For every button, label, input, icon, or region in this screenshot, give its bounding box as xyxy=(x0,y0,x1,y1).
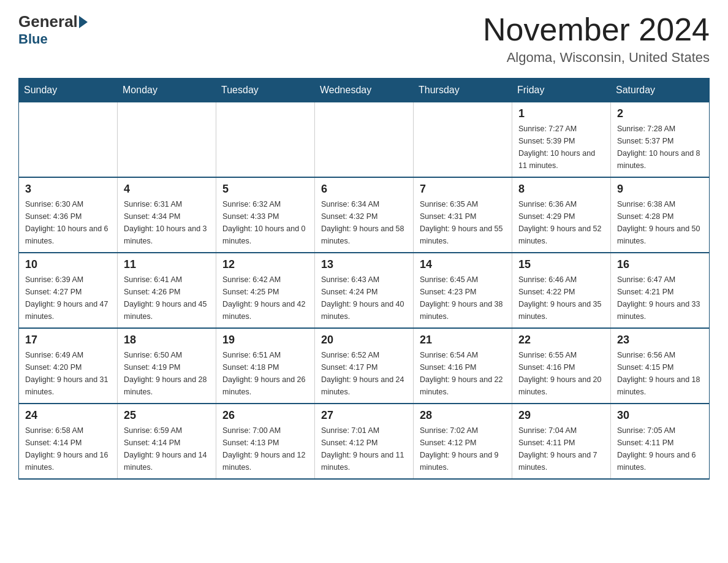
day-of-week-header: Thursday xyxy=(414,79,512,102)
calendar-cell xyxy=(216,102,315,178)
day-number: 29 xyxy=(518,409,604,422)
day-info: Sunrise: 6:52 AMSunset: 4:17 PMDaylight:… xyxy=(321,349,407,398)
day-number: 12 xyxy=(222,258,308,271)
day-info: Sunrise: 6:55 AMSunset: 4:16 PMDaylight:… xyxy=(518,349,604,398)
day-info: Sunrise: 6:36 AMSunset: 4:29 PMDaylight:… xyxy=(518,198,604,247)
calendar-cell xyxy=(414,102,512,178)
calendar-cell: 4Sunrise: 6:31 AMSunset: 4:34 PMDaylight… xyxy=(118,177,216,253)
calendar-cell: 11Sunrise: 6:41 AMSunset: 4:26 PMDayligh… xyxy=(118,253,216,328)
day-number: 24 xyxy=(25,409,111,422)
day-info: Sunrise: 7:27 AMSunset: 5:39 PMDaylight:… xyxy=(518,123,604,172)
calendar-cell: 21Sunrise: 6:54 AMSunset: 4:16 PMDayligh… xyxy=(414,328,512,404)
calendar-cell xyxy=(19,102,118,178)
calendar-cell: 22Sunrise: 6:55 AMSunset: 4:16 PMDayligh… xyxy=(512,328,611,404)
logo-arrow-icon xyxy=(79,16,88,28)
calendar-cell: 2Sunrise: 7:28 AMSunset: 5:37 PMDaylight… xyxy=(611,102,710,178)
calendar-cell: 12Sunrise: 6:42 AMSunset: 4:25 PMDayligh… xyxy=(216,253,315,328)
day-info: Sunrise: 6:50 AMSunset: 4:19 PMDaylight:… xyxy=(124,349,210,398)
day-number: 18 xyxy=(124,334,210,347)
calendar-cell: 27Sunrise: 7:01 AMSunset: 4:12 PMDayligh… xyxy=(315,404,414,479)
day-info: Sunrise: 7:01 AMSunset: 4:12 PMDaylight:… xyxy=(321,424,407,473)
day-info: Sunrise: 7:28 AMSunset: 5:37 PMDaylight:… xyxy=(617,123,703,172)
day-info: Sunrise: 6:56 AMSunset: 4:15 PMDaylight:… xyxy=(617,349,703,398)
day-info: Sunrise: 6:59 AMSunset: 4:14 PMDaylight:… xyxy=(124,424,210,473)
day-number: 13 xyxy=(321,258,407,271)
calendar-cell: 19Sunrise: 6:51 AMSunset: 4:18 PMDayligh… xyxy=(216,328,315,404)
logo-general-text: General xyxy=(18,12,78,31)
calendar-cell: 8Sunrise: 6:36 AMSunset: 4:29 PMDaylight… xyxy=(512,177,611,253)
day-number: 14 xyxy=(420,258,506,271)
day-info: Sunrise: 6:46 AMSunset: 4:22 PMDaylight:… xyxy=(518,274,604,323)
calendar-cell: 1Sunrise: 7:27 AMSunset: 5:39 PMDaylight… xyxy=(512,102,611,178)
calendar-week-row: 1Sunrise: 7:27 AMSunset: 5:39 PMDaylight… xyxy=(19,102,710,178)
day-number: 9 xyxy=(617,183,703,196)
day-info: Sunrise: 6:51 AMSunset: 4:18 PMDaylight:… xyxy=(222,349,308,398)
day-number: 23 xyxy=(617,334,703,347)
calendar-cell: 13Sunrise: 6:43 AMSunset: 4:24 PMDayligh… xyxy=(315,253,414,328)
day-number: 1 xyxy=(518,107,604,120)
calendar-cell: 18Sunrise: 6:50 AMSunset: 4:19 PMDayligh… xyxy=(118,328,216,404)
day-info: Sunrise: 6:49 AMSunset: 4:20 PMDaylight:… xyxy=(25,349,111,398)
day-number: 30 xyxy=(617,409,703,422)
day-info: Sunrise: 6:31 AMSunset: 4:34 PMDaylight:… xyxy=(124,198,210,247)
day-number: 7 xyxy=(420,183,506,196)
day-number: 8 xyxy=(518,183,604,196)
day-of-week-header: Tuesday xyxy=(216,79,315,102)
day-of-week-header: Sunday xyxy=(19,79,118,102)
day-of-week-header: Friday xyxy=(512,79,611,102)
calendar-week-row: 10Sunrise: 6:39 AMSunset: 4:27 PMDayligh… xyxy=(19,253,710,328)
day-info: Sunrise: 7:05 AMSunset: 4:11 PMDaylight:… xyxy=(617,424,703,473)
day-number: 28 xyxy=(420,409,506,422)
day-of-week-header: Saturday xyxy=(611,79,710,102)
day-info: Sunrise: 7:00 AMSunset: 4:13 PMDaylight:… xyxy=(222,424,308,473)
day-number: 19 xyxy=(222,334,308,347)
logo: General Blue xyxy=(18,12,89,47)
day-info: Sunrise: 6:43 AMSunset: 4:24 PMDaylight:… xyxy=(321,274,407,323)
day-number: 21 xyxy=(420,334,506,347)
calendar-cell xyxy=(315,102,414,178)
calendar-cell: 5Sunrise: 6:32 AMSunset: 4:33 PMDaylight… xyxy=(216,177,315,253)
calendar-cell xyxy=(118,102,216,178)
day-of-week-header: Wednesday xyxy=(315,79,414,102)
day-of-week-header: Monday xyxy=(118,79,216,102)
calendar-cell: 3Sunrise: 6:30 AMSunset: 4:36 PMDaylight… xyxy=(19,177,118,253)
calendar-cell: 29Sunrise: 7:04 AMSunset: 4:11 PMDayligh… xyxy=(512,404,611,479)
day-info: Sunrise: 6:45 AMSunset: 4:23 PMDaylight:… xyxy=(420,274,506,323)
calendar-cell: 20Sunrise: 6:52 AMSunset: 4:17 PMDayligh… xyxy=(315,328,414,404)
calendar-cell: 17Sunrise: 6:49 AMSunset: 4:20 PMDayligh… xyxy=(19,328,118,404)
calendar-week-row: 3Sunrise: 6:30 AMSunset: 4:36 PMDaylight… xyxy=(19,177,710,253)
calendar-cell: 6Sunrise: 6:34 AMSunset: 4:32 PMDaylight… xyxy=(315,177,414,253)
location-subtitle: Algoma, Wisconsin, United States xyxy=(483,50,710,66)
day-info: Sunrise: 6:30 AMSunset: 4:36 PMDaylight:… xyxy=(25,198,111,247)
day-info: Sunrise: 6:32 AMSunset: 4:33 PMDaylight:… xyxy=(222,198,308,247)
day-info: Sunrise: 6:47 AMSunset: 4:21 PMDaylight:… xyxy=(617,274,703,323)
calendar-cell: 24Sunrise: 6:58 AMSunset: 4:14 PMDayligh… xyxy=(19,404,118,479)
day-number: 3 xyxy=(25,183,111,196)
calendar-week-row: 24Sunrise: 6:58 AMSunset: 4:14 PMDayligh… xyxy=(19,404,710,479)
calendar-cell: 14Sunrise: 6:45 AMSunset: 4:23 PMDayligh… xyxy=(414,253,512,328)
day-info: Sunrise: 6:58 AMSunset: 4:14 PMDaylight:… xyxy=(25,424,111,473)
page-header: General Blue November 2024 Algoma, Wisco… xyxy=(18,12,710,66)
calendar-cell: 10Sunrise: 6:39 AMSunset: 4:27 PMDayligh… xyxy=(19,253,118,328)
day-info: Sunrise: 6:39 AMSunset: 4:27 PMDaylight:… xyxy=(25,274,111,323)
day-info: Sunrise: 6:35 AMSunset: 4:31 PMDaylight:… xyxy=(420,198,506,247)
calendar-cell: 23Sunrise: 6:56 AMSunset: 4:15 PMDayligh… xyxy=(611,328,710,404)
calendar-header-row: SundayMondayTuesdayWednesdayThursdayFrid… xyxy=(19,79,710,102)
day-number: 17 xyxy=(25,334,111,347)
day-number: 2 xyxy=(617,107,703,120)
day-number: 15 xyxy=(518,258,604,271)
calendar-week-row: 17Sunrise: 6:49 AMSunset: 4:20 PMDayligh… xyxy=(19,328,710,404)
calendar-cell: 7Sunrise: 6:35 AMSunset: 4:31 PMDaylight… xyxy=(414,177,512,253)
day-number: 5 xyxy=(222,183,308,196)
calendar-table: SundayMondayTuesdayWednesdayThursdayFrid… xyxy=(18,78,710,480)
day-number: 11 xyxy=(124,258,210,271)
day-info: Sunrise: 6:41 AMSunset: 4:26 PMDaylight:… xyxy=(124,274,210,323)
day-info: Sunrise: 7:04 AMSunset: 4:11 PMDaylight:… xyxy=(518,424,604,473)
day-number: 16 xyxy=(617,258,703,271)
day-number: 27 xyxy=(321,409,407,422)
day-number: 4 xyxy=(124,183,210,196)
day-number: 20 xyxy=(321,334,407,347)
title-section: November 2024 Algoma, Wisconsin, United … xyxy=(483,12,710,66)
calendar-cell: 28Sunrise: 7:02 AMSunset: 4:12 PMDayligh… xyxy=(414,404,512,479)
day-info: Sunrise: 6:54 AMSunset: 4:16 PMDaylight:… xyxy=(420,349,506,398)
